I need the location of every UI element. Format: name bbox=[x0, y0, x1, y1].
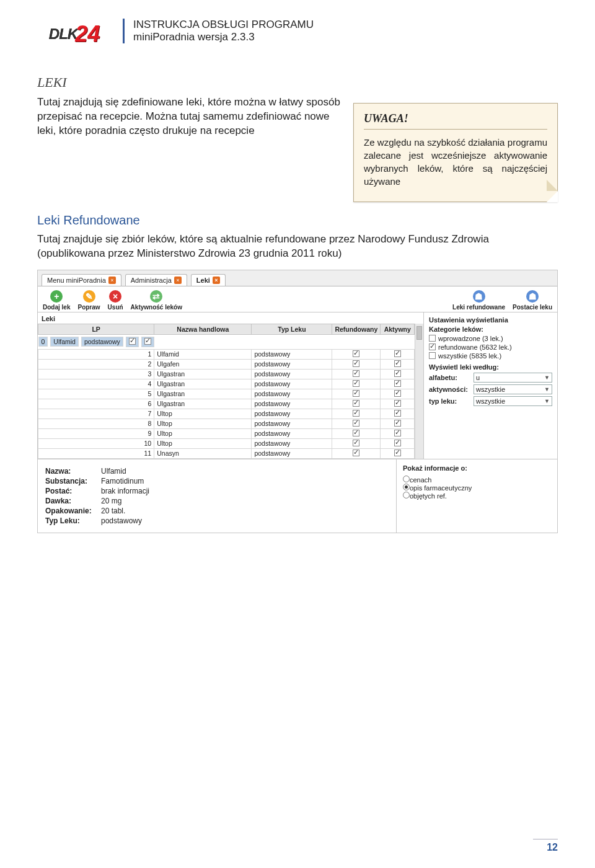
checkbox-icon[interactable] bbox=[394, 350, 401, 357]
table-scrollbar[interactable] bbox=[415, 324, 423, 459]
checkbox-icon[interactable] bbox=[353, 350, 359, 357]
detail-key: Nazwa: bbox=[45, 467, 101, 476]
checkbox-icon[interactable] bbox=[429, 343, 436, 350]
checkbox-icon[interactable] bbox=[429, 352, 436, 359]
radio-icon[interactable] bbox=[403, 484, 410, 490]
close-icon[interactable]: × bbox=[174, 277, 182, 284]
radio-icon[interactable] bbox=[403, 492, 410, 498]
checkbox-icon[interactable] bbox=[353, 440, 359, 446]
radio-label: cenach bbox=[410, 476, 431, 484]
table-row[interactable]: 3Ulgastranpodstawowy bbox=[38, 369, 415, 379]
checkbox-icon[interactable] bbox=[394, 420, 401, 427]
checkbox-icon[interactable] bbox=[353, 430, 359, 436]
checkbox-icon[interactable] bbox=[394, 360, 401, 367]
col-name[interactable]: Nazwa handlowa bbox=[154, 324, 252, 334]
drug-details: Nazwa:Ulfamid Substancja:Famotidinum Pos… bbox=[38, 459, 396, 533]
alphabet-select[interactable]: alfabetu:u▼ bbox=[429, 373, 552, 383]
refunded-button[interactable]: ☗Leki refundowane bbox=[452, 290, 505, 311]
opt-introduced[interactable]: wprowadzone (3 lek.) bbox=[429, 335, 552, 342]
info-title: Pokaż informacje o: bbox=[403, 464, 551, 472]
scrollbar-thumb[interactable] bbox=[416, 326, 422, 340]
col-refund[interactable]: Refundowany bbox=[332, 324, 381, 334]
delete-button[interactable]: ×Usuń bbox=[108, 290, 123, 311]
checkbox-icon[interactable] bbox=[394, 380, 401, 387]
radio-pharma[interactable]: opis farmaceutyczny bbox=[403, 484, 551, 492]
radio-icon[interactable] bbox=[403, 476, 410, 482]
select-label: aktywności: bbox=[429, 386, 471, 393]
app-tabs: Menu miniPoradnia× Administracja× Leki× bbox=[38, 270, 557, 286]
radio-label: objętych ref. bbox=[410, 492, 447, 500]
checkbox-icon[interactable] bbox=[353, 380, 359, 387]
opt-label: wszystkie (5835 lek.) bbox=[438, 352, 501, 360]
table-row[interactable]: 2Ulgafenpodstawowy bbox=[38, 359, 415, 369]
chevron-down-icon: ▼ bbox=[544, 398, 550, 404]
checkbox-icon[interactable] bbox=[353, 360, 359, 367]
add-drug-button[interactable]: +Dodaj lek bbox=[43, 290, 70, 311]
logo-number: 24 bbox=[75, 21, 100, 47]
close-icon[interactable]: × bbox=[108, 277, 116, 284]
select-label: alfabetu: bbox=[429, 374, 471, 381]
checkbox-icon[interactable] bbox=[353, 410, 359, 417]
brand-logo: DLK 24 bbox=[37, 19, 112, 50]
header-line-1: INSTRUKCJA OBSŁUGI PROGRAMU bbox=[133, 19, 314, 31]
checkbox-icon[interactable] bbox=[353, 370, 359, 377]
table-row[interactable]: 7Ultoppodstawowy bbox=[38, 409, 415, 418]
checkbox-icon[interactable] bbox=[129, 338, 136, 345]
select-value: wszystkie bbox=[476, 386, 505, 393]
col-active[interactable]: Aktywny bbox=[381, 324, 415, 334]
tab-leki[interactable]: Leki× bbox=[191, 274, 226, 286]
drug-form-button[interactable]: ☗Postacie leku bbox=[513, 290, 552, 311]
pencil-icon: ✎ bbox=[83, 290, 95, 303]
checkbox-icon[interactable] bbox=[353, 390, 359, 397]
checkbox-icon[interactable] bbox=[394, 400, 401, 407]
checkbox-icon[interactable] bbox=[394, 390, 401, 397]
checkbox-icon[interactable] bbox=[144, 338, 151, 345]
checkbox-icon[interactable] bbox=[429, 335, 436, 342]
chevron-down-icon: ▼ bbox=[544, 386, 550, 392]
checkbox-icon[interactable] bbox=[394, 450, 401, 456]
radio-prices[interactable]: cenach bbox=[403, 476, 551, 484]
table-row[interactable]: 4Ulgastranpodstawowy bbox=[38, 379, 415, 389]
close-icon[interactable]: × bbox=[213, 277, 220, 284]
edit-button[interactable]: ✎Popraw bbox=[77, 290, 100, 311]
drugs-table[interactable]: LP Nazwa handlowa Typ Leku Refundowany A… bbox=[38, 324, 415, 459]
type-select[interactable]: typ leku:wszystkie▼ bbox=[429, 396, 552, 406]
callout-body: Ze względu na szybkość działania program… bbox=[364, 136, 547, 188]
activity-button[interactable]: ⇄Aktywność leków bbox=[131, 290, 182, 311]
table-row[interactable]: 0Ulfamidpodstawowy bbox=[38, 337, 154, 347]
table-row[interactable]: 5Ulgastranpodstawowy bbox=[38, 389, 415, 399]
detail-value: 20 tabl. bbox=[101, 507, 125, 515]
checkbox-icon[interactable] bbox=[394, 440, 401, 446]
col-lp[interactable]: LP bbox=[38, 324, 154, 334]
select-value: u bbox=[476, 374, 480, 381]
checkbox-icon[interactable] bbox=[394, 370, 401, 377]
detail-value: podstawowy bbox=[101, 516, 142, 525]
tab-label: Leki bbox=[196, 277, 210, 284]
checkbox-icon[interactable] bbox=[353, 420, 359, 427]
checkbox-icon[interactable] bbox=[353, 450, 359, 456]
opt-all[interactable]: wszystkie (5835 lek.) bbox=[429, 352, 552, 360]
tab-admin[interactable]: Administracja× bbox=[125, 274, 187, 286]
table-row[interactable]: 8Ultoppodstawowy bbox=[38, 418, 415, 428]
warning-callout: UWAGA! Ze względu na szybkość działania … bbox=[353, 103, 558, 202]
radio-covered[interactable]: objętych ref. bbox=[403, 492, 551, 500]
display-by-label: Wyświetl leki według: bbox=[429, 363, 552, 371]
radio-label: opis farmaceutyczny bbox=[410, 484, 472, 492]
checkbox-icon[interactable] bbox=[394, 410, 401, 417]
logo-text: DLK bbox=[49, 25, 77, 43]
checkbox-icon[interactable] bbox=[394, 430, 401, 436]
cross-icon: × bbox=[109, 290, 121, 303]
opt-refunded[interactable]: refundowane (5632 lek.) bbox=[429, 343, 552, 351]
table-row[interactable]: 1Ulfamidpodstawowy bbox=[38, 349, 415, 359]
tab-menu[interactable]: Menu miniPoradnia× bbox=[42, 274, 121, 286]
page-number: 12 bbox=[533, 839, 558, 853]
table-row[interactable]: 6Ulgastranpodstawowy bbox=[38, 399, 415, 409]
table-row[interactable]: 10Ultoppodstawowy bbox=[38, 438, 415, 448]
table-row[interactable]: 11Unasynpodstawowy bbox=[38, 448, 415, 458]
col-type[interactable]: Typ Leku bbox=[252, 324, 332, 334]
table-row[interactable]: 9Ultoppodstawowy bbox=[38, 428, 415, 438]
toolbar-label: Leki refundowane bbox=[452, 304, 505, 311]
checkbox-icon[interactable] bbox=[353, 400, 359, 407]
activity-select[interactable]: aktywności:wszystkie▼ bbox=[429, 384, 552, 394]
toolbar-label: Dodaj lek bbox=[43, 304, 70, 311]
